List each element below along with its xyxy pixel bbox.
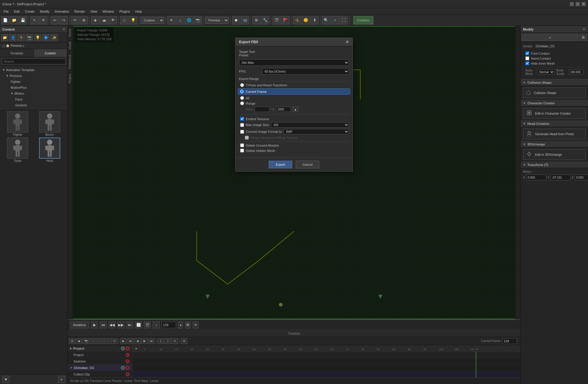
track-proj-close[interactable]: ✕ xyxy=(126,346,130,351)
radio-range-input[interactable] xyxy=(240,101,244,105)
tl-rotate-btn[interactable]: ↺ xyxy=(111,338,118,344)
fps-select[interactable]: 60 fps (iClone) xyxy=(262,68,349,75)
maximize-btn[interactable]: □ xyxy=(576,2,580,6)
person-icon-btn[interactable]: 👤 xyxy=(9,34,16,41)
grid-view-btn[interactable]: ⊞ xyxy=(579,34,587,41)
max-image-cb[interactable] xyxy=(240,123,244,127)
hand-contact-cb[interactable] xyxy=(525,56,529,60)
breadcrumb-back-btn[interactable]: ◁ xyxy=(2,43,5,48)
light-icon-btn[interactable]: 💡 xyxy=(34,34,41,41)
head-section-header[interactable]: ▼ Head Creation xyxy=(521,120,588,127)
side-tab-visual[interactable]: Visual xyxy=(68,39,73,52)
menu-view[interactable]: View xyxy=(88,8,100,15)
close-btn[interactable]: ✕ xyxy=(582,2,586,6)
track-collect-clip[interactable]: Collect Clip ✕ xyxy=(68,371,132,378)
physics-btn[interactable]: ⚙ xyxy=(252,16,260,24)
convert-image-cb[interactable] xyxy=(240,130,244,134)
anim-btn[interactable]: 🎬 xyxy=(273,16,281,24)
tl-prev-btn[interactable]: ◀ xyxy=(134,338,141,344)
foot-contact-cb[interactable] xyxy=(525,51,529,55)
render-mode-btn[interactable]: 🎬 xyxy=(144,321,151,328)
track-project-sub[interactable]: Project ✕ xyxy=(68,352,132,358)
max-image-select[interactable]: 400 xyxy=(271,122,349,128)
track-chr-close[interactable]: ✕ xyxy=(126,366,130,370)
range-to-input[interactable] xyxy=(276,107,291,112)
convert-format-select[interactable]: BMP xyxy=(283,129,349,134)
tl-arrow-up-btn[interactable]: ↑ xyxy=(104,338,111,344)
frame-up-btn[interactable]: ▲ xyxy=(178,321,183,328)
sun-btn[interactable]: ☀ xyxy=(167,16,176,24)
radio-tpose-input[interactable] xyxy=(240,83,244,87)
cam3-btn[interactable]: 📹 xyxy=(241,16,249,24)
minimize-btn[interactable]: ─ xyxy=(570,2,574,6)
z-input[interactable] xyxy=(574,175,588,180)
y-input[interactable] xyxy=(550,175,570,180)
radio-current-frame-input[interactable] xyxy=(240,90,244,93)
tl-list-btn[interactable]: ☰ xyxy=(69,338,75,344)
redo-btn[interactable]: ↪ xyxy=(59,16,68,24)
move2-btn[interactable]: ⊕ xyxy=(80,16,88,24)
realtime-btn[interactable]: Realtime xyxy=(70,321,89,328)
tree-fighter[interactable]: Fighter xyxy=(0,79,67,85)
delete-hidden-cb[interactable] xyxy=(240,149,244,152)
menu-window[interactable]: Window xyxy=(100,8,116,15)
loop-btn[interactable]: ⬜ xyxy=(135,321,142,328)
prop-icon-btn[interactable]: 🔷 xyxy=(42,34,49,41)
tl-arrow-down-btn[interactable]: ↓ xyxy=(97,338,103,344)
radio-all-input[interactable] xyxy=(240,96,244,100)
tl-skip-btn[interactable]: ⏮ xyxy=(127,338,134,344)
cloth-btn[interactable]: 🔧 xyxy=(261,16,269,24)
cancel-btn[interactable]: Cancel xyxy=(296,161,319,168)
undo-btn[interactable]: ↩ xyxy=(51,16,59,24)
preview-dropdown[interactable]: Preview xyxy=(205,17,229,24)
info-btn[interactable]: ≡ xyxy=(193,321,198,328)
track-proj-eye[interactable]: ○ xyxy=(121,346,125,351)
track-christian[interactable]: ▼ Christian_CC ○ ✕ xyxy=(68,365,132,371)
open-btn[interactable]: 📁 xyxy=(10,16,18,24)
tl-play2-btn[interactable]: ▶ xyxy=(120,338,127,344)
cam-btn[interactable]: 🎥 xyxy=(120,16,128,24)
track-collect-close[interactable]: ✕ xyxy=(126,372,130,376)
track-chr-eye[interactable]: ○ xyxy=(121,366,125,370)
track-switcher[interactable]: Switcher ✕ xyxy=(68,358,132,365)
menu-plugins[interactable]: Plugins xyxy=(117,8,132,15)
delete-unused-cb[interactable] xyxy=(240,143,244,147)
save-btn[interactable]: 💾 xyxy=(19,16,27,24)
content-options-btn[interactable]: ≡ xyxy=(63,27,65,31)
side-tab-preference[interactable]: Preference xyxy=(68,52,73,71)
move-btn[interactable]: ✛ xyxy=(39,16,47,24)
folder-icon-btn[interactable]: 📁 xyxy=(1,34,8,41)
menu-render[interactable]: Render xyxy=(72,8,87,15)
geo-btn[interactable]: 🌐 xyxy=(185,16,193,24)
tab-template[interactable]: Template xyxy=(0,49,34,57)
motion-icon-btn[interactable]: 🏃 xyxy=(18,34,25,41)
menu-file[interactable]: File xyxy=(1,8,11,15)
skip-end-btn[interactable]: ⏭ xyxy=(126,321,133,328)
prev-frame-btn[interactable]: ◀◀ xyxy=(108,321,116,328)
menu-help[interactable]: Help xyxy=(133,8,144,15)
collision-shape-btn[interactable]: ⬡ Collision Shape xyxy=(523,88,586,98)
thumb-fighter[interactable]: Fighter xyxy=(2,111,33,136)
embed-textures-cb[interactable] xyxy=(240,117,244,121)
menu-create[interactable]: Create xyxy=(23,8,37,15)
track-switcher-close[interactable]: ✕ xyxy=(126,359,130,363)
collision-section-header[interactable]: ▼ Collision Shape xyxy=(521,79,588,86)
track-project[interactable]: ▶ Project ○ ✕ xyxy=(68,345,132,352)
body-scale-input[interactable] xyxy=(569,69,583,75)
tl-key-btn[interactable]: ◆ xyxy=(76,338,82,344)
content-footer-add-btn[interactable]: + xyxy=(58,376,65,383)
face-btn[interactable]: 😊 xyxy=(302,16,310,24)
tree-animation-template[interactable]: ▼ Animation Template xyxy=(0,67,67,73)
tl-in-btn[interactable]: [ xyxy=(158,338,164,344)
marker-btn[interactable]: ◈ xyxy=(91,16,99,24)
dialog-close-btn[interactable]: ✕ xyxy=(345,40,349,44)
thumb-heidi[interactable]: Heidi xyxy=(34,137,65,162)
tab-custom[interactable]: Custom xyxy=(34,49,68,57)
record-btn[interactable]: ⏺ xyxy=(232,16,240,24)
viewport-main[interactable]: Project Triangle: 61658 Selected Triangl… xyxy=(73,26,515,319)
search-input[interactable] xyxy=(2,58,66,64)
tl-skipend-btn[interactable]: ⏭ xyxy=(148,338,155,344)
tl-minus-btn[interactable]: ✕ xyxy=(172,338,178,344)
zoom-btn[interactable]: 🔍 xyxy=(322,16,330,24)
tree-persona[interactable]: ▼ Persona xyxy=(0,73,67,79)
